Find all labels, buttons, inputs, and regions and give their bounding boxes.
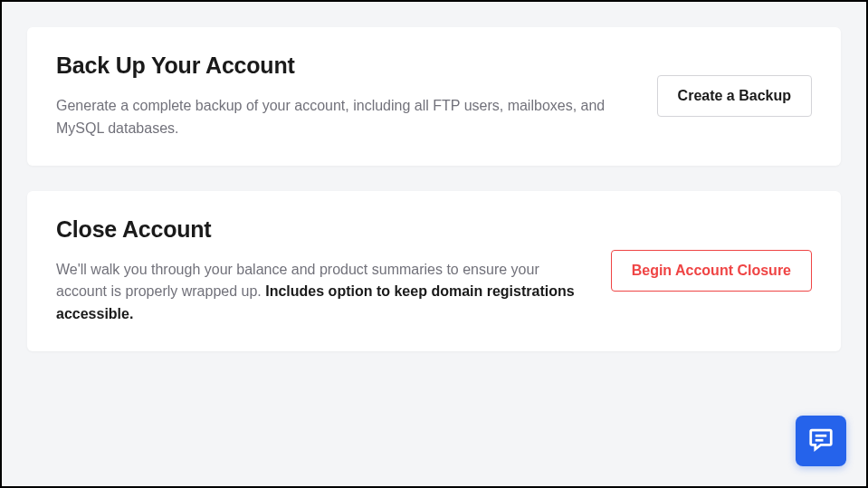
close-card-description: We'll walk you through your balance and … <box>56 259 575 326</box>
close-card-content: Close Account We'll walk you through you… <box>56 216 575 326</box>
backup-card-content: Back Up Your Account Generate a complete… <box>56 53 621 140</box>
chat-button[interactable] <box>796 416 846 466</box>
backup-card-description: Generate a complete backup of your accou… <box>56 95 621 140</box>
backup-card-title: Back Up Your Account <box>56 53 621 79</box>
close-account-card: Close Account We'll walk you through you… <box>27 191 841 351</box>
begin-account-closure-button[interactable]: Begin Account Closure <box>611 250 812 292</box>
chat-icon <box>807 426 835 456</box>
close-card-title: Close Account <box>56 216 575 243</box>
backup-account-card: Back Up Your Account Generate a complete… <box>27 27 841 166</box>
create-backup-button[interactable]: Create a Backup <box>657 75 812 117</box>
